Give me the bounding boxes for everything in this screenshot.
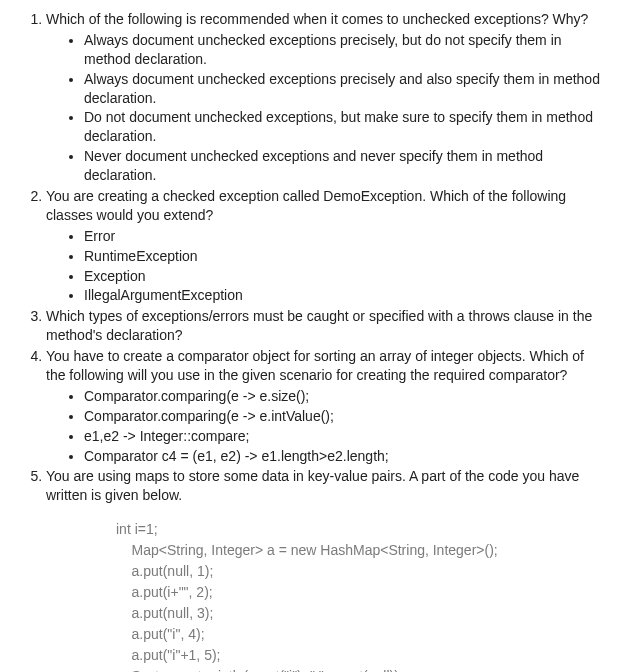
option-item: Never document unchecked exceptions and … — [84, 147, 601, 185]
question-text: You are creating a checked exception cal… — [46, 188, 566, 223]
option-item: Always document unchecked exceptions pre… — [84, 70, 601, 108]
option-list: Comparator.comparing(e -> e.size(); Comp… — [46, 387, 601, 466]
question-list: Which of the following is recommended wh… — [20, 10, 601, 672]
question-item: You are creating a checked exception cal… — [46, 187, 601, 305]
question-text: You are using maps to store some data in… — [46, 468, 579, 503]
question-item: Which of the following is recommended wh… — [46, 10, 601, 185]
option-item: Exception — [84, 267, 601, 286]
question-item: Which types of exceptions/errors must be… — [46, 307, 601, 345]
option-item: Comparator.comparing(e -> e.size(); — [84, 387, 601, 406]
question-text: You have to create a comparator object f… — [46, 348, 584, 383]
code-block: int i=1; Map<String, Integer> a = new Ha… — [116, 519, 601, 672]
question-text: Which of the following is recommended wh… — [46, 11, 588, 27]
option-item: RuntimeException — [84, 247, 601, 266]
option-item: IllegalArgumentException — [84, 286, 601, 305]
question-item: You have to create a comparator object f… — [46, 347, 601, 465]
option-list: Error RuntimeException Exception Illegal… — [46, 227, 601, 306]
option-item: Comparator.comparing(e -> e.intValue(); — [84, 407, 601, 426]
option-item: e1,e2 -> Integer::compare; — [84, 427, 601, 446]
question-text: Which types of exceptions/errors must be… — [46, 308, 592, 343]
option-item: Do not document unchecked exceptions, bu… — [84, 108, 601, 146]
option-item: Error — [84, 227, 601, 246]
question-item: You are using maps to store some data in… — [46, 467, 601, 672]
option-item: Always document unchecked exceptions pre… — [84, 31, 601, 69]
option-list: Always document unchecked exceptions pre… — [46, 31, 601, 185]
option-item: Comparator c4 = (e1, e2) -> e1.length>e2… — [84, 447, 601, 466]
